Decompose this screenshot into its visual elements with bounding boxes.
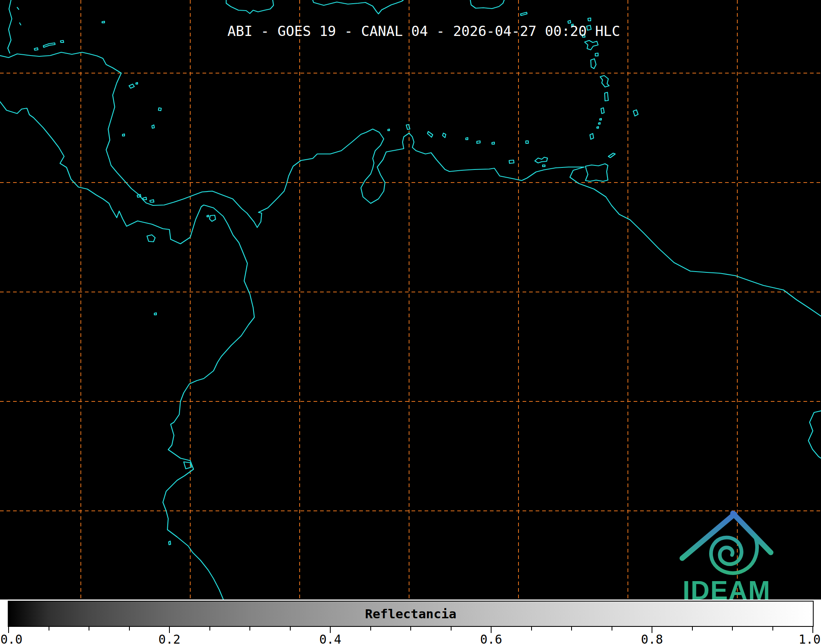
coastline-guadeloupe: [585, 40, 598, 50]
colorbar-label-wrap: Reflectancia: [9, 602, 813, 626]
colorbar-minor-tick: [612, 627, 612, 631]
colorbar-minor-tick: [49, 627, 49, 631]
coastline-san-andres: [152, 125, 154, 128]
coastline-swan-island: [102, 21, 105, 23]
coastline-pearl-island-main: [209, 215, 216, 221]
logo-text: IDEAM: [683, 576, 771, 599]
coastline-las-aves: [466, 138, 468, 140]
coastline-bocas-island-2: [143, 197, 147, 200]
coastline-belize-coast: [8, 0, 12, 53]
coastline-st-vincent: [601, 108, 604, 114]
coastline-la-blanquilla: [526, 141, 528, 143]
coastline-la-orchila: [492, 142, 494, 144]
colorbar-minor-tick: [129, 627, 130, 631]
coastline-pearl-island-dot: [207, 215, 209, 217]
coastline-coche: [543, 165, 545, 167]
logo-hurricane-swirl-icon: [711, 536, 757, 573]
coastline-roatan-island: [43, 43, 55, 47]
coastline-hispaniola-south-coast: [313, 0, 403, 14]
coastline-cayos-miskitos: [129, 84, 134, 88]
colorbar-minor-tick: [571, 627, 572, 631]
coastline-lobos-island: [169, 541, 171, 545]
coastline-st-lucia: [605, 92, 608, 101]
colorbar-minor-tick: [732, 627, 733, 631]
coastline-los-roques: [477, 141, 480, 143]
coastline-corn-island: [122, 134, 125, 136]
coastline-guanaja-island: [60, 40, 64, 42]
coastline-la-tortuga: [509, 160, 514, 163]
coastline-miskito-cay: [136, 82, 138, 84]
colorbar-minor-tick: [209, 627, 210, 631]
coastline-los-monjes: [388, 129, 389, 131]
colorbar-minor-tick: [531, 627, 532, 631]
coastline-malpelo-island: [154, 313, 156, 315]
coastline-jamaica-south-coast: [226, 0, 274, 13]
coastline-grenadine-2: [599, 123, 600, 124]
colorbar-minor-tick: [370, 627, 371, 631]
map-area: ABI - GOES 19 - CANAL 04 - 2026-04-27 00…: [0, 0, 821, 599]
colorbar-minor-tick: [772, 627, 773, 631]
colorbar-label: Reflectancia: [365, 606, 456, 621]
colorbar-tick-label: 0.6: [480, 632, 502, 644]
coastline-belize-cay-1: [17, 7, 19, 9]
coastline-grenadine-1: [597, 127, 599, 128]
coastline-providencia: [158, 108, 161, 111]
colorbar-frame: Reflectancia: [8, 601, 814, 627]
coastline-margarita: [535, 157, 547, 163]
coastline-puerto-rico-south-coast: [470, 0, 504, 9]
coastline-amazon-mouth-fragment: [808, 411, 821, 458]
coastline-barbados: [633, 110, 638, 116]
map-title: ABI - GOES 19 - CANAL 04 - 2026-04-27 00…: [227, 23, 620, 39]
coastline-belize-cay-2: [20, 23, 21, 25]
colorbar-minor-tick: [451, 627, 452, 631]
colorbar-tick-label: 0.8: [641, 632, 663, 644]
colorbar-tick-label: 0.4: [319, 632, 341, 644]
colorbar-tick-label: 0.0: [0, 632, 22, 644]
coastline-dominica: [591, 59, 596, 69]
colorbar-minor-tick: [89, 627, 89, 631]
coastline-st-croix: [521, 12, 527, 16]
coastline-coiba-island: [147, 235, 155, 242]
colorbar-minor-tick: [410, 627, 411, 631]
coastline-marie-galante: [595, 53, 598, 56]
ideam-logo: IDEAM: [674, 506, 788, 599]
coastline-trinidad: [585, 164, 608, 181]
satellite-image-viewer: ABI - GOES 19 - CANAL 04 - 2026-04-27 00…: [0, 0, 821, 644]
coastline-grenada: [590, 134, 594, 139]
coastline-tobago: [608, 153, 615, 158]
colorbar-minor-tick: [692, 627, 693, 631]
colorbar-tick-label: 1.0: [799, 632, 821, 644]
colorbar-minor-tick: [290, 627, 291, 631]
coastline-barbuda: [588, 18, 591, 21]
coastline-bocas-island-3: [150, 200, 154, 202]
colorbar-minor-tick: [249, 627, 250, 631]
colorbar-tick-label: 0.2: [158, 632, 180, 644]
coastline-pacific-mainland: [0, 102, 254, 599]
coastline-martinique: [600, 76, 609, 87]
colorbar-panel: Reflectancia 0.00.20.40.60.81.0: [0, 599, 821, 644]
coastline-curacao: [427, 131, 433, 137]
coastline-bonaire: [443, 133, 446, 138]
coastline-utila-island: [34, 48, 38, 50]
coastline-grenadine-3: [600, 118, 601, 120]
coastline-caribbean-mainland: [0, 52, 821, 316]
